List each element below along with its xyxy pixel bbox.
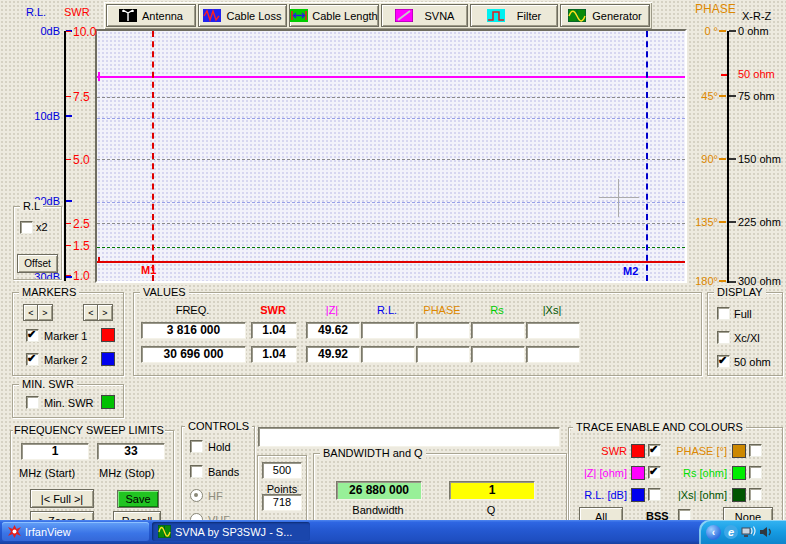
phase-tick [719,158,726,160]
tray-ie-icon[interactable]: e [724,525,738,539]
marker2-line[interactable] [646,31,648,281]
phase-tick-label: 180° [684,275,718,287]
ohm-tick-label: 225 ohm [738,216,781,228]
svna-icon [395,9,413,22]
toolbar-button-cable-length[interactable]: Cable Length [289,4,379,27]
tray-collapse-icon[interactable]: ‹ [706,525,721,540]
plot-area[interactable]: M1 M2 [95,29,687,283]
trace-phase-label: PHASE [°] [665,445,727,457]
swr-axis-caption: SWR [64,6,90,18]
toolbar-button-filter[interactable]: Filter [470,4,558,27]
trace-rs-swatch[interactable] [732,466,746,480]
q-field: 1 [449,481,535,500]
gridline-swr-1-5 [97,247,685,248]
min-swr-group-title: MIN. SWR [19,378,77,390]
display-full-label: Full [734,308,752,320]
trace-rs-checkbox[interactable] [749,466,762,479]
z-trace [97,76,685,78]
ohm-tick [729,30,736,32]
display-50ohm-label: 50 ohm [734,356,771,368]
hold-checkbox[interactable] [190,440,203,453]
x2-label: x2 [36,221,48,233]
phase-axis-caption: PHASE [695,2,736,16]
min-swr-color-swatch[interactable] [101,395,115,409]
marker1-freq-field[interactable]: 3 816 000 [141,322,246,339]
phase-tick-label: 45° [684,90,718,102]
crosshair-cursor [618,179,619,217]
swr-tick [66,159,71,160]
toolbar-button-antenna[interactable]: Antenna [106,4,196,27]
marker1-line[interactable] [152,31,154,281]
marker2-freq-field[interactable]: 30 696 000 [141,346,246,363]
trace-colours-title: TRACE ENABLE AND COLOURS [573,421,746,433]
marker2-z-field: 49.92 [306,346,360,363]
right-axis-line [727,31,729,283]
values-header-swr: SWR [251,304,295,316]
trace-phase-checkbox[interactable] [749,444,762,457]
tray-network-icon[interactable] [741,525,756,539]
values-group: VALUES FREQ. SWR |Z| R.L. PHASE Rs |Xs| … [133,292,702,376]
marker2-next-button[interactable]: > [97,304,113,321]
taskbar-button-irfanview[interactable]: IrfanView [2,522,149,541]
trace-phase-swatch[interactable] [732,444,746,458]
values-header-xs: |Xs| [526,304,578,316]
marker2-label: M2 [623,265,638,277]
phase-tick-label: 135° [684,216,718,228]
marker1-xs-field [526,322,580,339]
gridline-rl-10db [97,118,685,119]
toolbar: Antenna Cable Loss Cable Length SVNA Fil… [104,2,652,29]
comment-input[interactable] [258,427,560,447]
min-swr-checkbox[interactable] [26,396,39,409]
save-button[interactable]: Save [117,490,159,508]
start-freq-label: MHz (Start) [19,467,75,479]
trace-z-checkbox[interactable] [648,466,661,479]
trace-z-label: |Z| [ohm] [571,467,627,479]
toolbar-button-label: Antenna [142,10,183,22]
marker1-checkbox[interactable] [26,329,39,342]
sweep-limits-title: FREQUENCY SWEEP LIMITS [13,424,165,436]
trace-xs-checkbox[interactable] [749,488,762,501]
display-full-checkbox[interactable] [717,307,730,320]
swr-tick-label: 1.5 [73,239,90,253]
x2-checkbox[interactable] [20,221,33,234]
trace-swr-checkbox[interactable] [648,444,661,457]
swr-tick-label: 2.5 [73,217,90,231]
stop-freq-input[interactable]: 33 [97,443,165,460]
cable-loss-icon [203,9,221,22]
swr-tick [66,245,71,246]
trace-rl-swatch[interactable] [631,488,645,502]
display-50ohm-checkbox[interactable] [717,355,730,368]
bands-label: Bands [208,466,239,478]
toolbar-button-cable-loss[interactable]: Cable Loss [198,4,287,27]
toolbar-button-label: Filter [517,10,541,22]
marker2-checkbox[interactable] [26,353,39,366]
generator-icon [568,9,586,22]
values-header-z: |Z| [306,304,358,316]
trace-swr-swatch[interactable] [631,444,645,458]
hf-radio[interactable] [190,489,203,502]
trace-xs-swatch[interactable] [732,488,746,502]
phase-tick-label: 90° [684,153,718,165]
swr-tick-label: 1.0 [73,269,90,283]
points-bottom-field[interactable]: 718 [262,494,302,511]
marker1-next-button[interactable]: > [37,304,53,321]
trace-z-swatch[interactable] [631,466,645,480]
marker2-color-swatch[interactable] [101,352,115,366]
full-span-button[interactable]: |< Full >| [30,489,94,508]
swr-tick-label: 5.0 [73,153,90,167]
marker1-color-swatch[interactable] [101,328,115,342]
points-top-field[interactable]: 500 [262,462,302,479]
ohm-tick-label: 0 ohm [738,25,769,37]
values-header-rl: R.L. [361,304,413,316]
display-xcxl-checkbox[interactable] [717,331,730,344]
tray-volume-icon[interactable] [759,525,773,539]
bands-checkbox[interactable] [190,465,203,478]
trace-rl-checkbox[interactable] [648,488,661,501]
taskbar-button-svna[interactable]: SVNA by SP3SWJ - S... [152,522,310,541]
toolbar-button-generator[interactable]: Generator [560,4,650,27]
start-freq-input[interactable]: 1 [21,443,89,460]
offset-button[interactable]: Offset [17,254,58,273]
ohm-tick-label: 50 ohm [738,68,775,80]
toolbar-button-svna[interactable]: SVNA [381,4,468,27]
trace-swr-label: SWR [571,445,627,457]
